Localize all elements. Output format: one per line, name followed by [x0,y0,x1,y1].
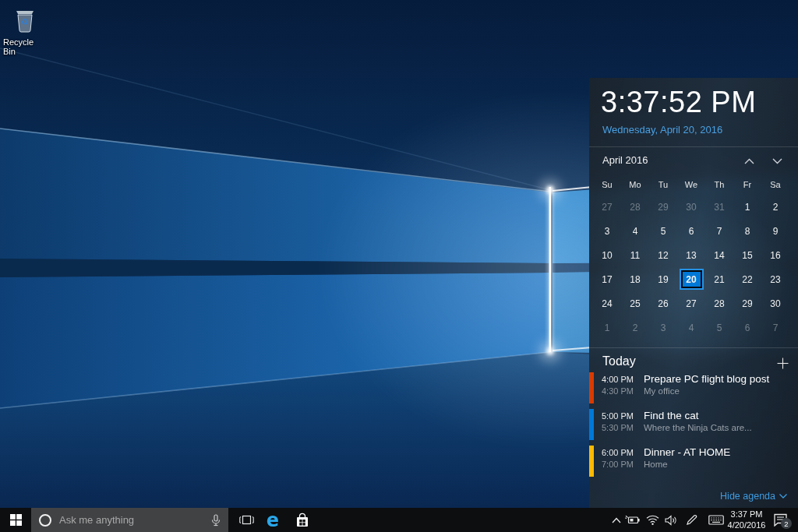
event-body: Find the catWhere the Ninja Cats are... [644,409,792,434]
calendar-day[interactable]: 11 [624,246,646,265]
calendar-day[interactable]: 5 [652,222,674,241]
battery-icon [625,515,640,525]
plus-icon [777,358,789,369]
chevron-up-icon [744,158,754,164]
event-times: 4:00 PM4:30 PM [602,374,634,397]
calendar-day[interactable]: 24 [596,294,618,313]
day-of-week-header-row: SuMoTuWeThFrSa [593,176,789,193]
event-start-time: 6:00 PM [602,447,634,459]
event-end-time: 7:00 PM [602,459,634,470]
agenda-event[interactable]: 5:00 PM5:30 PMFind the catWhere the Ninj… [589,409,798,440]
event-body: Prepare PC flight blog postMy office [644,372,792,397]
agenda-event[interactable]: 4:00 PM4:30 PMPrepare PC flight blog pos… [589,372,798,403]
calendar-day[interactable]: 22 [736,270,758,289]
store-icon [295,513,309,527]
divider [589,146,798,147]
calendar-day[interactable]: 29 [736,294,758,313]
windows-logo-icon [10,514,22,526]
calendar-day[interactable]: 6 [680,222,702,241]
calendar-day[interactable]: 6 [736,319,758,337]
calendar-day[interactable]: 9 [764,222,786,241]
calendar-day[interactable]: 30 [764,294,786,313]
calendar-day-today[interactable]: 20 [681,270,702,288]
calendar-day[interactable]: 29 [652,198,674,217]
calendar-day[interactable]: 12 [652,246,674,265]
event-title: Dinner - AT HOME [644,446,792,459]
volume-button[interactable] [662,508,680,532]
wifi-icon [646,515,659,525]
calendar-day[interactable]: 27 [680,294,702,313]
calendar-day[interactable]: 28 [624,198,646,217]
event-title: Prepare PC flight blog post [644,372,792,386]
calendar-day[interactable]: 30 [680,198,702,217]
calendar-month-header: April 2016 [589,151,798,171]
calendar-day[interactable]: 1 [596,319,618,337]
calendar-day[interactable]: 31 [708,198,730,217]
calendar-day[interactable]: 4 [680,319,702,337]
action-center-button[interactable]: 2 [770,508,793,532]
calendar-day[interactable]: 13 [680,246,702,265]
chevron-up-icon [612,517,621,523]
event-color-bar [589,372,594,403]
calendar-day[interactable]: 16 [764,246,786,265]
calendar-day[interactable]: 18 [624,270,646,289]
taskbar: Ask me anything e [0,508,798,532]
tray-time: 3:37 PM [723,509,770,520]
day-of-week-label: We [685,180,697,189]
search-input[interactable]: Ask me anything [31,508,228,532]
tray-clock[interactable]: 3:37 PM 4/20/2016 [723,509,770,530]
calendar-day[interactable]: 2 [764,198,786,217]
day-of-week-label: Mo [629,180,641,189]
calendar-day[interactable]: 8 [736,222,758,241]
event-color-bar [589,409,594,440]
agenda-heading: Today [602,354,636,368]
calendar-day[interactable]: 23 [764,270,786,289]
calendar-day[interactable]: 4 [624,222,646,241]
tray-date: 4/20/2016 [723,520,770,531]
network-status-button[interactable] [643,508,662,532]
month-label[interactable]: April 2016 [602,154,648,166]
event-start-time: 4:00 PM [602,374,634,386]
volume-icon [665,515,677,526]
calendar-day[interactable]: 2 [624,319,646,337]
calendar-day[interactable]: 5 [708,319,730,337]
calendar-day[interactable]: 1 [736,198,758,217]
start-button[interactable] [0,508,31,532]
calendar-day[interactable]: 15 [736,246,758,265]
previous-month-button[interactable] [740,153,757,169]
event-times: 6:00 PM7:00 PM [602,447,634,470]
hide-agenda-link[interactable]: Hide agenda [720,491,787,502]
battery-status-button[interactable] [623,508,641,532]
event-location: My office [644,386,792,397]
next-month-button[interactable] [768,153,786,169]
svg-text:♻: ♻ [21,17,29,27]
day-of-week-label: Fr [743,180,751,189]
calendar-day[interactable]: 3 [596,222,618,241]
calendar-day[interactable]: 26 [652,294,674,313]
edge-browser-button[interactable]: e [257,508,288,532]
event-title: Find the cat [644,409,792,422]
microphone-icon[interactable] [211,514,221,527]
calendar-day[interactable]: 25 [624,294,646,313]
day-of-week-label: Su [602,180,612,189]
calendar-day[interactable]: 10 [596,246,618,265]
calendar-day[interactable]: 7 [764,319,786,337]
calendar-day[interactable]: 7 [708,222,730,241]
task-view-icon [239,515,254,525]
calendar-day[interactable]: 17 [596,270,618,289]
recycle-bin-shortcut[interactable]: ♻ Recycle Bin [3,6,47,56]
chevron-down-icon [779,494,787,499]
event-location: Home [644,459,792,470]
event-start-time: 5:00 PM [602,410,634,422]
agenda-event[interactable]: 6:00 PM7:00 PMDinner - AT HOMEHome [589,446,798,477]
add-event-button[interactable] [775,355,790,371]
calendar-day[interactable]: 14 [708,246,730,265]
calendar-day[interactable]: 19 [652,270,674,289]
pen-settings-button[interactable] [682,508,701,532]
clock-calendar-flyout: 3:37:52 PM Wednesday, April 20, 2016 Apr… [589,78,798,508]
calendar-day[interactable]: 28 [708,294,730,313]
calendar-day[interactable]: 27 [596,198,618,217]
calendar-day[interactable]: 21 [708,270,730,289]
calendar-day[interactable]: 3 [652,319,674,337]
store-button[interactable] [287,508,318,532]
